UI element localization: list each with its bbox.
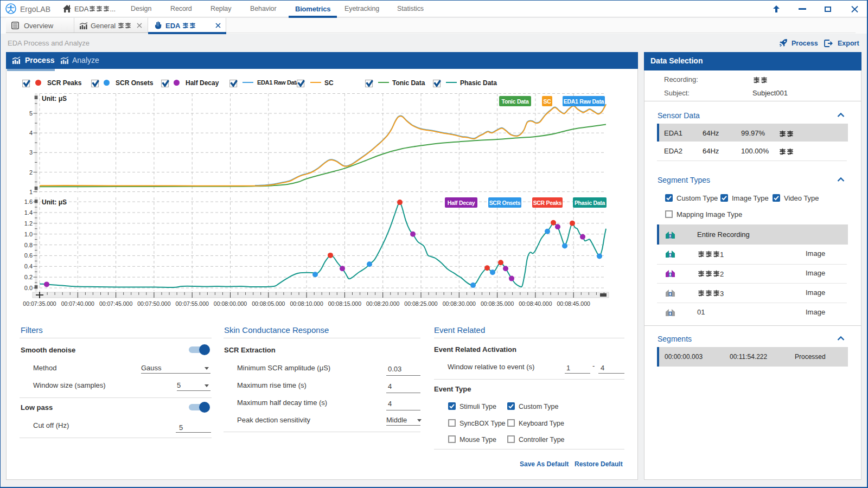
svg-text:00:07:45.000: 00:07:45.000 [99, 300, 132, 307]
svg-text:0.8: 0.8 [24, 242, 33, 248]
svg-text:0.4: 0.4 [24, 263, 33, 269]
svg-text:Half Decay: Half Decay [448, 200, 475, 206]
svg-text:00:08:30.000: 00:08:30.000 [443, 300, 476, 307]
svg-text:1: 1 [29, 189, 33, 195]
svg-text:EDA1 Raw Data: EDA1 Raw Data [564, 98, 604, 105]
svg-text:5: 5 [29, 110, 33, 117]
svg-text:1.4: 1.4 [24, 209, 33, 216]
svg-text:SC: SC [544, 98, 552, 105]
svg-text:00:08:00.000: 00:08:00.000 [214, 300, 247, 307]
svg-text:SCR Peaks: SCR Peaks [533, 200, 562, 206]
svg-text:00:08:10.000: 00:08:10.000 [290, 300, 323, 307]
svg-text:1.0: 1.0 [24, 231, 33, 237]
svg-text:1.6: 1.6 [24, 198, 33, 205]
svg-text:00:08:25.000: 00:08:25.000 [404, 300, 437, 307]
svg-text:0.0: 0.0 [24, 285, 33, 291]
svg-text:00:07:35.000: 00:07:35.000 [23, 300, 56, 307]
svg-text:00:08:40.000: 00:08:40.000 [519, 300, 552, 307]
svg-text:Unit: μS: Unit: μS [42, 95, 67, 102]
svg-text:00:08:05.000: 00:08:05.000 [252, 300, 285, 307]
svg-text:3: 3 [29, 149, 33, 156]
svg-text:Unit: μS: Unit: μS [42, 198, 67, 206]
svg-text:00:08:15.000: 00:08:15.000 [328, 300, 361, 307]
svg-text:00:07:40.000: 00:07:40.000 [61, 300, 94, 307]
svg-text:00:08:45.000: 00:08:45.000 [557, 300, 590, 307]
svg-text:1.2: 1.2 [24, 220, 33, 227]
svg-text:SCR Onsets: SCR Onsets [489, 200, 521, 206]
svg-text:0.2: 0.2 [24, 274, 33, 280]
svg-text:4: 4 [29, 130, 33, 136]
svg-text:Phasic Data: Phasic Data [575, 200, 605, 206]
svg-text:00:08:20.000: 00:08:20.000 [366, 300, 399, 307]
svg-text:Tonic Data: Tonic Data [502, 98, 529, 105]
svg-text:00:07:55.000: 00:07:55.000 [176, 300, 209, 307]
svg-text:00:07:50.000: 00:07:50.000 [137, 300, 170, 307]
svg-text:00:08:35.000: 00:08:35.000 [481, 300, 514, 307]
svg-text:0.6: 0.6 [24, 252, 33, 259]
svg-text:2: 2 [29, 169, 33, 176]
